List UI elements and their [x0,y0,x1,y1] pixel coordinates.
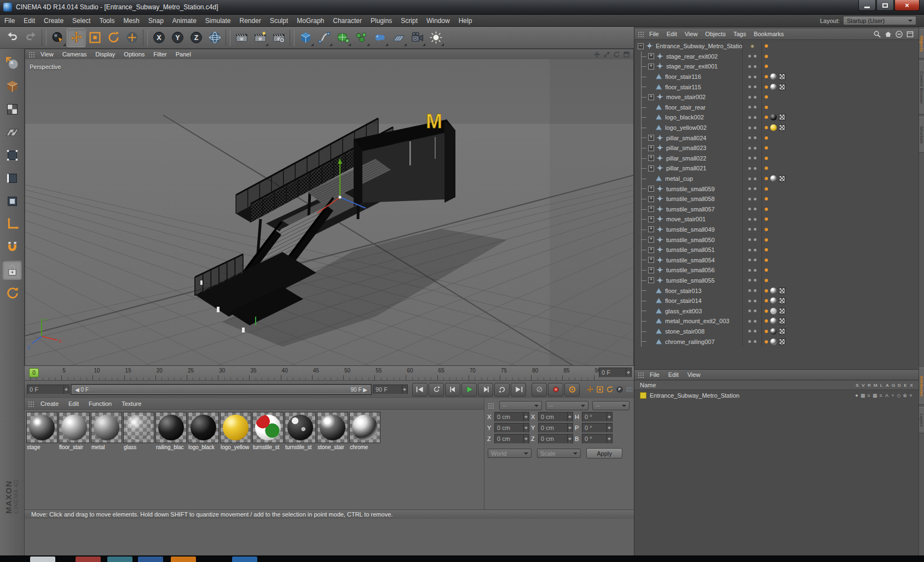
object-row[interactable]: stone_stair008 [634,326,919,337]
visibility-dot[interactable] [748,55,751,58]
visibility-dot[interactable] [754,198,756,200]
object-row[interactable]: +turnstile_small055 [634,276,919,286]
record-position-button[interactable] [532,383,547,397]
stepper[interactable] [567,423,573,432]
object-menu-tags[interactable]: Tags [730,31,750,37]
material-item[interactable]: railing_blac [155,412,187,450]
visibility-dots[interactable] [742,214,761,225]
coord-header-1[interactable]: -- [546,401,588,410]
uvw-tag-icon[interactable] [779,73,786,80]
visibility-dot[interactable] [754,147,756,150]
add-array-button[interactable] [352,28,371,47]
visibility-dot[interactable] [754,249,756,251]
toggle-m[interactable]: ▦ [873,393,877,398]
visibility-dot[interactable] [748,269,751,272]
timeline-ruler[interactable]: 0510152025303540455055606570758085900 0 … [25,366,634,381]
material-item[interactable]: glass [123,412,154,450]
phong-tag-icon[interactable] [765,238,768,242]
visibility-dot[interactable] [748,198,751,200]
phong-tag-icon[interactable] [765,197,768,200]
texture-tag-icon[interactable] [770,339,777,345]
phong-tag-icon[interactable] [765,157,768,160]
minimize-button[interactable] [858,0,876,11]
model-mode-button[interactable] [2,76,22,96]
keyframe-bar-button[interactable] [625,384,634,395]
menu-animate[interactable]: Animate [168,15,201,26]
viewport-menu-view[interactable]: View [36,51,58,58]
scale-mode-select[interactable]: Scale [537,449,581,458]
visibility-dots[interactable] [742,306,761,316]
visibility-dot[interactable] [748,300,751,302]
stepper[interactable] [402,385,407,394]
toggle-e[interactable]: ⊕ [903,393,907,398]
panel-handle-icon[interactable] [27,400,34,408]
lock-y-button[interactable]: Y [168,28,187,47]
material-item[interactable]: logo_black [188,412,219,450]
menu-file[interactable]: File [0,15,19,26]
layer-color-chip[interactable] [640,392,646,399]
visibility-dot[interactable] [754,96,756,99]
attribute-row[interactable]: Entrance_Subway_Metro_Station ●▦≡▦≡A+◇⊕× [634,391,919,400]
object-row[interactable]: +pillar_small024 [634,133,919,143]
object-row[interactable]: +stage_rear_exit001 [634,61,919,72]
visibility-dot[interactable] [748,289,751,292]
rotate-mini-button[interactable] [605,384,614,395]
visibility-dots[interactable] [742,296,761,306]
move-mini-button[interactable] [585,384,594,395]
phong-tag-icon[interactable] [765,268,768,272]
visibility-dot[interactable] [748,157,751,159]
texture-tag-icon[interactable] [770,328,777,335]
visibility-dots[interactable] [742,133,761,143]
menu-sculpt[interactable]: Sculpt [265,15,292,26]
expander-icon[interactable]: + [648,277,654,283]
texture-tag-icon[interactable] [770,297,777,304]
search-icon[interactable] [873,30,881,38]
scale-mini-button[interactable] [595,384,604,395]
attribute-menu-view[interactable]: View [683,371,705,378]
material-item[interactable]: turnstile_st [285,412,316,450]
apply-button[interactable]: Apply [586,448,622,458]
material-item[interactable]: chrome [349,412,380,450]
visibility-dot[interactable] [748,218,751,221]
texture-tag-icon[interactable] [770,318,777,324]
visibility-dot[interactable] [754,218,756,221]
menu-render[interactable]: Render [235,15,265,26]
visibility-dot[interactable] [754,65,756,68]
pan-view-button[interactable] [593,50,601,59]
viewport-canvas[interactable]: M [25,59,633,365]
coord-field[interactable]: 0 ° [582,434,613,444]
visibility-dot[interactable] [748,228,751,231]
polygons-mode-button[interactable] [2,191,22,211]
range-end-field[interactable]: 90 F [373,385,408,394]
stepper[interactable] [607,434,612,443]
visibility-dots[interactable] [742,336,761,347]
home-icon[interactable] [884,30,892,38]
object-row[interactable]: floor_stair115 [634,82,919,92]
side-tab-content-browser[interactable]: Content Browser [919,61,924,114]
visibility-dot[interactable] [748,116,751,119]
lock-z-button[interactable]: Z [187,28,205,47]
menu-edit[interactable]: Edit [19,15,39,26]
phong-tag-icon[interactable] [765,330,768,333]
visibility-dot[interactable] [754,127,756,129]
material-menu-create[interactable]: Create [36,400,63,407]
live-selection-button[interactable] [48,28,67,47]
visibility-dot[interactable] [748,127,751,129]
phong-tag-icon[interactable] [765,95,768,99]
add-camera-button[interactable] [408,28,426,47]
visibility-dots[interactable] [742,51,761,62]
next-frame-button[interactable] [478,383,493,397]
panel-handle-icon[interactable] [28,51,35,58]
menu-tools[interactable]: Tools [95,15,119,26]
expander-icon[interactable]: + [648,226,654,232]
object-row[interactable]: +move_stair001 [634,214,919,225]
last-tool-button[interactable] [123,28,141,47]
move-tool-button[interactable] [67,28,85,47]
add-floor-button[interactable] [389,28,408,47]
phong-tag-icon[interactable] [765,75,768,78]
workplane-mode-button[interactable] [2,122,22,142]
taskbar-item[interactable] [107,557,132,562]
object-row[interactable]: +turnstile_small058 [634,194,919,204]
phong-tag-icon[interactable] [765,126,768,129]
texture-tag-icon[interactable] [770,175,777,182]
